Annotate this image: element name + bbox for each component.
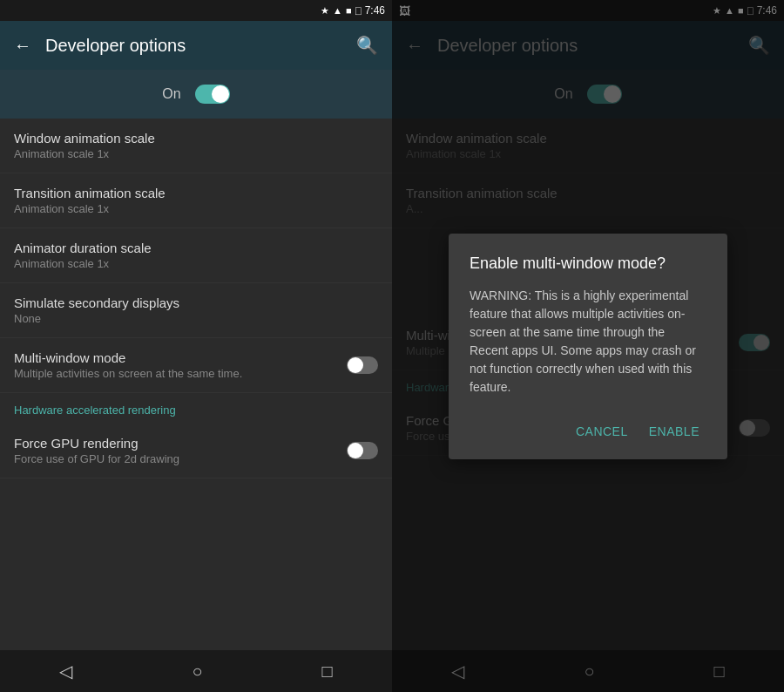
left-panel: ★ ▲ ■ ⎕ 7:46 ← Developer options 🔍 On Wi… [0, 0, 392, 692]
left-status-bar: ★ ▲ ■ ⎕ 7:46 [0, 0, 392, 21]
network-icon: ■ [346, 5, 352, 16]
left-search-button[interactable]: 🔍 [356, 35, 378, 56]
left-multiwindow-subtitle: Multiple activities on screen at the sam… [14, 367, 347, 380]
dialog-title: Enable multi-window mode? [470, 254, 706, 273]
left-transition-anim-title: Transition animation scale [14, 186, 378, 200]
left-transition-anim-subtitle: Animation scale 1x [14, 202, 378, 215]
dialog-cancel-button[interactable]: CANCEL [569, 417, 635, 445]
left-toggle-thumb [212, 85, 229, 103]
left-multiwindow-toggle[interactable] [347, 356, 378, 374]
left-on-label: On [162, 86, 180, 102]
left-secondary-displays-title: Simulate secondary displays [14, 295, 378, 310]
dialog-enable-button[interactable]: ENABLE [642, 417, 706, 445]
left-time: 7:46 [365, 4, 385, 17]
wifi-icon: ▲ [333, 5, 342, 16]
left-multiwindow-thumb [348, 357, 363, 373]
left-setting-window-animation[interactable]: Window animation scale Animation scale 1… [0, 119, 392, 173]
left-setting-secondary-displays[interactable]: Simulate secondary displays None [0, 283, 392, 338]
left-animator-duration-subtitle: Animation scale 1x [14, 257, 378, 270]
left-window-anim-subtitle: Animation scale 1x [14, 147, 378, 160]
left-page-title: Developer options [45, 36, 342, 56]
left-window-anim-title: Window animation scale [14, 131, 378, 146]
left-setting-animator-duration[interactable]: Animator duration scale Animation scale … [0, 228, 392, 283]
left-app-bar: ← Developer options 🔍 [0, 21, 392, 70]
left-hardware-section: Hardware accelerated rendering [0, 393, 392, 424]
left-nav-bar: ◁ ○ □ [0, 650, 392, 692]
left-back-nav[interactable]: ◁ [59, 661, 72, 682]
left-setting-multiwindow[interactable]: Multi-window mode Multiple activities on… [0, 338, 392, 393]
right-panel: 🖼 ★ ▲ ■ ⎕ 7:46 ← Developer options 🔍 On … [392, 0, 784, 692]
left-back-button[interactable]: ← [14, 36, 31, 56]
dialog-overlay: Enable multi-window mode? WARNING: This … [392, 0, 784, 692]
left-force-gpu-title: Force GPU rendering [14, 436, 347, 451]
left-recents-nav[interactable]: □ [321, 661, 332, 682]
bluetooth-icon: ★ [321, 5, 329, 17]
left-multiwindow-title: Multi-window mode [14, 350, 347, 365]
left-on-section: On [0, 70, 392, 119]
left-status-icons: ★ ▲ ■ ⎕ 7:46 [321, 4, 385, 17]
left-force-gpu-thumb [348, 443, 363, 458]
left-force-gpu-toggle[interactable] [347, 442, 378, 459]
left-force-gpu-subtitle: Force use of GPU for 2d drawing [14, 452, 347, 465]
left-setting-force-gpu[interactable]: Force GPU rendering Force use of GPU for… [0, 424, 392, 478]
left-setting-transition-animation[interactable]: Transition animation scale Animation sca… [0, 173, 392, 228]
dialog-body: WARNING: This is a highly experimental f… [470, 287, 706, 397]
enable-multiwindow-dialog: Enable multi-window mode? WARNING: This … [449, 234, 727, 459]
battery-icon: ⎕ [355, 5, 362, 16]
left-developer-toggle[interactable] [195, 85, 230, 104]
left-home-nav[interactable]: ○ [192, 661, 202, 682]
left-animator-duration-title: Animator duration scale [14, 241, 378, 255]
left-settings-list: Window animation scale Animation scale 1… [0, 119, 392, 650]
left-secondary-displays-subtitle: None [14, 312, 378, 325]
dialog-actions: CANCEL ENABLE [470, 417, 706, 452]
